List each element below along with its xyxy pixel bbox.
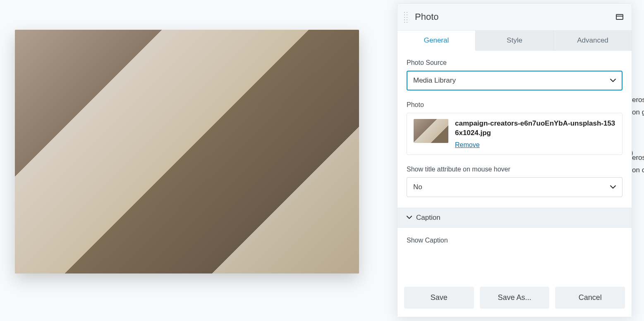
- panel-footer: Save Save As... Cancel: [397, 281, 632, 317]
- tab-advanced[interactable]: Advanced: [554, 31, 632, 51]
- tab-style[interactable]: Style: [476, 31, 554, 51]
- drag-handle-icon[interactable]: [403, 11, 409, 23]
- background-text: on g: [632, 107, 644, 118]
- photo-source-label: Photo Source: [407, 59, 622, 67]
- show-caption-label: Show Caption: [407, 237, 622, 244]
- window-icon[interactable]: [616, 14, 623, 20]
- photo-field[interactable]: campaign-creators-e6n7uoEnYbA-unsplash-1…: [407, 113, 622, 155]
- caption-section-toggle[interactable]: Caption: [397, 208, 632, 228]
- panel-header[interactable]: Photo: [397, 4, 632, 31]
- photo-label: Photo: [407, 101, 622, 109]
- photo-source-value: Media Library: [407, 71, 622, 90]
- photo-module[interactable]: [15, 30, 359, 273]
- photo-image: [15, 30, 359, 273]
- photo-thumbnail: [414, 119, 448, 143]
- caption-section-label: Caption: [416, 214, 441, 222]
- chevron-down-icon: [407, 216, 412, 219]
- tab-general[interactable]: General: [397, 31, 476, 51]
- settings-panel: Photo General Style Advanced Photo Sourc…: [397, 3, 632, 317]
- background-text: eros: [632, 153, 644, 163]
- panel-title: Photo: [415, 12, 616, 22]
- canvas-area: [0, 0, 397, 321]
- save-as-button[interactable]: Save As...: [480, 287, 550, 309]
- caption-section-body: Show Caption: [407, 228, 622, 244]
- background-text: on c: [632, 165, 644, 176]
- title-hover-select[interactable]: No: [407, 177, 622, 197]
- photo-filename: campaign-creators-e6n7uoEnYbA-unsplash-1…: [455, 119, 615, 138]
- title-hover-value: No: [407, 177, 622, 197]
- tabs: General Style Advanced: [397, 31, 632, 51]
- photo-source-select[interactable]: Media Library: [407, 71, 622, 90]
- remove-photo-link[interactable]: Remove: [455, 141, 480, 148]
- background-text: eros: [632, 95, 644, 105]
- cancel-button[interactable]: Cancel: [555, 287, 625, 309]
- save-button[interactable]: Save: [404, 287, 474, 309]
- panel-body: Photo Source Media Library Photo campaig…: [397, 51, 632, 281]
- title-hover-label: Show title attribute on mouse hover: [407, 166, 622, 173]
